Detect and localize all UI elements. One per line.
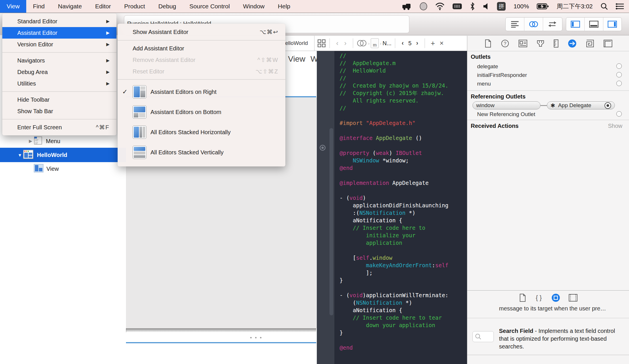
spotlight-search-icon[interactable] xyxy=(600,3,608,10)
menubar-item-view[interactable]: View xyxy=(0,0,26,13)
menu-item-label: Version Editor xyxy=(17,41,53,48)
disclosure-triangle[interactable]: ▶ xyxy=(27,139,34,144)
menu-item-shortcut: ⌥⌘↩ xyxy=(259,29,278,35)
system-menubar: ViewFindNavigateEditorProductDebugSource… xyxy=(0,0,629,13)
menubar-menus: ViewFindNavigateEditorProductDebugSource… xyxy=(0,0,297,13)
ib-resize-handle[interactable] xyxy=(250,337,268,338)
view-menu: Standard Editor▶Assistant Editor▶Version… xyxy=(2,13,116,135)
menu-item-show-tab-bar[interactable]: Show Tab Bar xyxy=(2,105,116,117)
referencing-outlet-target-pill[interactable]: ✱ App Delegate xyxy=(547,101,615,109)
notification-center-icon[interactable] xyxy=(616,3,624,10)
counterparts-icon[interactable] xyxy=(357,39,367,47)
menu-item-add-assistant-editor[interactable]: Add Assistant Editor xyxy=(118,43,285,54)
outlet-row-menu: menu xyxy=(477,81,491,87)
outlet-connection-well[interactable] xyxy=(616,81,622,86)
connections-inspector-icon[interactable] xyxy=(568,39,577,48)
media-library-icon[interactable] xyxy=(569,294,577,302)
battery-percent[interactable]: 100% xyxy=(513,3,529,10)
forward-arrow[interactable]: › xyxy=(341,39,349,47)
menu-separator xyxy=(2,50,116,55)
previous-counterpart-button[interactable]: ‹ xyxy=(399,39,406,47)
menubar-item-source-control[interactable]: Source Control xyxy=(183,0,236,13)
menu-item-assistant-editors-on-right[interactable]: ✓Assistant Editors on Right xyxy=(118,82,285,102)
utilities-panel-button[interactable] xyxy=(603,18,622,31)
back-arrow[interactable]: ‹ xyxy=(333,39,341,47)
inspector-tab-bar: ? xyxy=(467,36,629,51)
new-referencing-outlet-well[interactable] xyxy=(616,111,622,117)
identity-inspector-icon[interactable] xyxy=(519,40,527,47)
menubar-item-help[interactable]: Help xyxy=(271,0,297,13)
battery-icon[interactable] xyxy=(537,3,549,10)
screen: Running HelloWorld : HelloWorld xyxy=(0,0,629,364)
menu-item-navigators[interactable]: Navigators▶ xyxy=(2,55,116,66)
attributes-inspector-icon[interactable] xyxy=(537,39,544,48)
menu-item-debug-area[interactable]: Debug Area▶ xyxy=(2,66,116,78)
menu-item-assistant-editor[interactable]: Assistant Editor▶ xyxy=(2,27,116,39)
add-assistant-pane-button[interactable]: + xyxy=(428,39,437,48)
menu-item-all-editors-stacked-horizontally[interactable]: All Editors Stacked Horizontally xyxy=(118,122,285,142)
show-link[interactable]: Show xyxy=(608,123,622,129)
file-template-icon[interactable] xyxy=(519,294,526,302)
file-template-library-icon[interactable] xyxy=(586,39,594,48)
menubar-item-navigate[interactable]: Navigate xyxy=(51,0,88,13)
wifi-icon[interactable] xyxy=(435,3,445,10)
menubar-item-find[interactable]: Find xyxy=(26,0,51,13)
menubar-clock[interactable]: 周二下午3:02 xyxy=(557,2,593,10)
next-counterpart-button[interactable]: › xyxy=(413,39,421,47)
menubar-item-product[interactable]: Product xyxy=(118,0,152,13)
referencing-outlet-source-pill[interactable]: window xyxy=(472,101,541,109)
navigator-panel-button[interactable] xyxy=(566,18,585,31)
menu-item-all-editors-stacked-vertically[interactable]: All Editors Stacked Vertically xyxy=(118,142,285,162)
connected-radio-icon[interactable] xyxy=(604,102,611,109)
menu-item-hide-toolbar[interactable]: Hide Toolbar xyxy=(2,94,116,105)
menubar-item-debug[interactable]: Debug xyxy=(152,0,183,13)
circle-status-icon[interactable] xyxy=(419,2,428,11)
file-inspector-icon[interactable] xyxy=(485,39,491,48)
menu-item-standard-editor[interactable]: Standard Editor▶ xyxy=(2,16,116,27)
assistant-editor-submenu: Show Assistant Editor⌥⌘↩Add Assistant Ed… xyxy=(118,24,285,166)
menu-item-shortcut: ^⇧⌘W xyxy=(257,56,278,63)
outlet-connection-well[interactable] xyxy=(616,72,622,77)
menu-item-label: Show Assistant Editor xyxy=(133,29,188,35)
menu-item-show-assistant-editor[interactable]: Show Assistant Editor⌥⌘↩ xyxy=(118,26,285,38)
menu-item-utilities[interactable]: Utilities▶ xyxy=(2,78,116,89)
menu-item-label: Assistant Editors on Right xyxy=(150,89,216,95)
jumpbar-trail[interactable]: N... xyxy=(383,40,391,47)
related-items-icon[interactable] xyxy=(317,39,326,47)
new-referencing-outlet-row[interactable]: New Referencing Outlet xyxy=(477,111,535,117)
keyboard-brightness-icon[interactable] xyxy=(452,3,462,10)
assistant-editor-button[interactable] xyxy=(524,18,543,31)
new-referencing-outlet-label: New Referencing Outlet xyxy=(477,111,535,117)
debug-area-button[interactable] xyxy=(585,18,603,31)
code-snippet-icon[interactable]: { } xyxy=(535,294,543,302)
input-method-icon[interactable]: 拼 xyxy=(497,2,506,11)
close-assistant-button[interactable]: × xyxy=(437,39,446,47)
version-editor-button[interactable] xyxy=(543,18,562,31)
menubar-item-window[interactable]: Window xyxy=(236,0,271,13)
section-divider xyxy=(467,120,629,120)
assistant-code-editor[interactable]: // // AppDelegate.m // HelloWorld // // … xyxy=(317,51,467,364)
quick-help-icon[interactable]: ? xyxy=(501,39,509,48)
library-item-description[interactable]: Search Field - Implements a text field c… xyxy=(499,327,621,350)
size-inspector-icon[interactable] xyxy=(554,39,558,48)
volume-icon[interactable] xyxy=(483,3,489,10)
app-status-icon[interactable] xyxy=(402,3,412,10)
panel-toggle-segmented-control xyxy=(566,17,622,31)
utilities-panel-icon xyxy=(608,21,617,28)
outlet-row-delegate: delegate xyxy=(477,63,498,70)
svg-text:?: ? xyxy=(504,41,506,46)
submenu-arrow-icon: ▶ xyxy=(106,19,110,24)
outlet-connection-well[interactable] xyxy=(616,63,622,69)
bluetooth-icon[interactable] xyxy=(470,2,475,10)
disclosure-triangle[interactable]: ▼ xyxy=(17,153,23,158)
menubar-item-editor[interactable]: Editor xyxy=(88,0,118,13)
media-library-icon[interactable] xyxy=(604,40,612,47)
menu-item-version-editor[interactable]: Version Editor▶ xyxy=(2,39,116,50)
menu-item-enter-full-screen[interactable]: Enter Full Screen^⌘F xyxy=(2,122,116,133)
assistant-editor-icon xyxy=(528,21,539,28)
outline-view-icon xyxy=(34,164,44,174)
menu-item-assistant-editors-on-bottom[interactable]: Assistant Editors on Bottom xyxy=(118,102,285,122)
standard-editor-button[interactable] xyxy=(506,18,524,31)
menu-separator xyxy=(118,77,285,82)
object-library-icon[interactable] xyxy=(551,293,560,302)
